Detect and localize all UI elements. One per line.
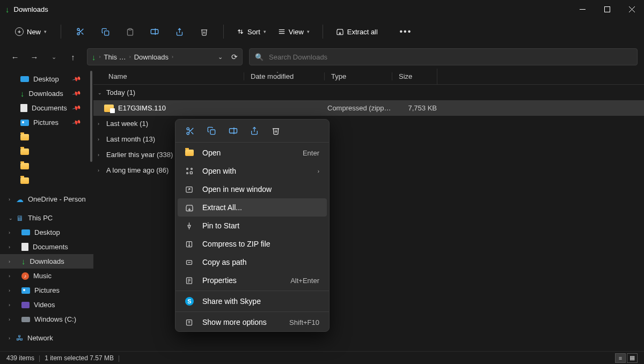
context-cut-button[interactable]	[184, 125, 196, 137]
file-row[interactable]: E17G3IMS.110 Compressed (zipp… 7,753 KB	[93, 100, 644, 116]
context-item-show-more[interactable]: Show more options Shift+F10	[178, 313, 327, 331]
pictures-icon	[20, 120, 29, 126]
view-button[interactable]: View ▾	[274, 26, 314, 38]
new-button[interactable]: + New ▾	[10, 25, 52, 38]
sidebar-item-desktop[interactable]: › Desktop	[0, 225, 93, 240]
sort-ascending-icon: ˄	[276, 71, 279, 76]
scissors-icon	[186, 127, 195, 136]
sidebar-label: Network	[27, 334, 53, 342]
context-item-open-with[interactable]: Open with ›	[178, 162, 327, 180]
expand-icon[interactable]: ›	[98, 121, 105, 127]
sidebar-item-pictures[interactable]: › Pictures	[0, 283, 93, 298]
thumbnails-view-button[interactable]: ▦	[627, 353, 638, 363]
context-item-properties[interactable]: Properties Alt+Enter	[178, 271, 327, 289]
column-header-type[interactable]: Type	[324, 72, 392, 80]
delete-button[interactable]	[193, 22, 215, 41]
sidebar-item-onedrive[interactable]: › ☁ OneDrive - Person	[0, 192, 93, 206]
sidebar-item-desktop-quick[interactable]: Desktop 📌	[0, 72, 93, 86]
copy-button[interactable]	[94, 22, 116, 41]
sidebar-item-windows-c[interactable]: › Windows (C:)	[0, 312, 93, 326]
up-button[interactable]: ↑	[64, 48, 82, 65]
chevron-down-icon[interactable]: ⌄	[218, 54, 223, 61]
column-header-date[interactable]: ˄ Date modified	[244, 72, 324, 80]
expand-icon[interactable]: ›	[9, 230, 10, 235]
share-button[interactable]	[169, 22, 190, 41]
paste-button[interactable]	[119, 22, 141, 41]
chevron-down-icon: ⌄	[52, 54, 56, 61]
collapse-icon[interactable]: ⌄	[9, 216, 13, 221]
expand-icon[interactable]: ›	[98, 137, 105, 142]
forward-button[interactable]: →	[26, 48, 43, 65]
more-button[interactable]: •••	[395, 22, 416, 41]
search-input[interactable]	[269, 53, 632, 61]
breadcrumb-segment-thispc[interactable]: This …	[104, 53, 126, 61]
search-box[interactable]: 🔍	[249, 48, 638, 65]
context-item-open-new-window[interactable]: Open in new window	[178, 180, 327, 198]
expand-icon[interactable]: ›	[9, 197, 10, 202]
collapse-icon[interactable]: ⌄	[98, 90, 105, 95]
window-close-button[interactable]	[619, 0, 644, 18]
expand-icon[interactable]: ›	[9, 259, 10, 264]
column-header-size[interactable]: Size	[392, 72, 437, 80]
sidebar-item-videos[interactable]: › Videos	[0, 298, 93, 312]
expand-icon[interactable]: ›	[98, 168, 105, 173]
cut-button[interactable]	[70, 22, 91, 41]
context-delete-button[interactable]	[270, 125, 282, 137]
address-bar[interactable]: ↓ › This … › Downloads › ⌄ ⟳	[87, 48, 243, 65]
details-view-button[interactable]: ≡	[615, 353, 626, 363]
window-minimize-button[interactable]	[570, 0, 595, 18]
expand-icon[interactable]: ›	[9, 244, 10, 250]
sidebar-item-folder[interactable]	[0, 130, 93, 144]
sidebar-item-network[interactable]: › 🖧 Network	[0, 331, 93, 345]
context-share-button[interactable]	[248, 125, 260, 137]
context-item-open[interactable]: Open Enter	[178, 144, 327, 162]
chevron-down-icon: ▾	[264, 29, 266, 34]
sidebar-item-folder[interactable]	[0, 159, 93, 173]
zip-icon	[185, 240, 195, 248]
context-item-compress-zip[interactable]: Compress to ZIP file	[178, 235, 327, 253]
expand-icon[interactable]: ›	[9, 336, 10, 341]
back-button[interactable]: ←	[6, 48, 24, 65]
column-header-name[interactable]: Name	[93, 72, 244, 80]
expand-icon[interactable]: ›	[9, 302, 10, 308]
svg-line-7	[82, 33, 84, 35]
sidebar-item-thispc[interactable]: ⌄ 🖥 This PC	[0, 211, 93, 225]
pin-icon: 📌	[72, 88, 82, 98]
recent-locations-button[interactable]: ⌄	[45, 48, 62, 65]
context-copy-button[interactable]	[206, 125, 217, 137]
context-menu-quick-actions	[175, 120, 329, 141]
expand-icon[interactable]: ›	[9, 273, 10, 279]
expand-icon[interactable]: ›	[9, 288, 10, 293]
expand-icon[interactable]: ›	[98, 152, 105, 158]
downloads-folder-icon: ↓	[92, 53, 96, 62]
context-rename-button[interactable]	[227, 125, 239, 137]
sidebar-item-folder[interactable]	[0, 173, 93, 188]
context-item-copy-path[interactable]: Copy as path	[178, 253, 327, 271]
svg-point-22	[187, 128, 189, 130]
sidebar-item-documents-quick[interactable]: Documents 📌	[0, 101, 93, 115]
sort-label: Sort	[247, 28, 260, 36]
context-item-pin-to-start[interactable]: Pin to Start	[178, 217, 327, 235]
refresh-button[interactable]: ⟳	[231, 53, 238, 61]
sidebar-scrollbar[interactable]	[90, 71, 92, 162]
navigation-bar: ← → ⌄ ↑ ↓ › This … › Downloads › ⌄ ⟳ 🔍	[0, 45, 644, 69]
sidebar-item-downloads[interactable]: › ↓ Downloads	[0, 254, 93, 269]
extract-all-button[interactable]: Extract all	[332, 26, 382, 38]
sidebar-item-folder[interactable]	[0, 144, 93, 159]
copy-path-icon	[185, 258, 195, 266]
sidebar-item-pictures-quick[interactable]: Pictures 📌	[0, 115, 93, 130]
expand-icon[interactable]: ›	[9, 317, 10, 322]
svg-point-5	[77, 33, 79, 35]
sidebar-item-documents[interactable]: › Documents	[0, 240, 93, 254]
context-item-extract-all[interactable]: Extract All...	[178, 198, 327, 217]
context-item-share-skype[interactable]: S Share with Skype	[178, 292, 327, 310]
sidebar-item-music[interactable]: › ♪ Music	[0, 269, 93, 283]
maximize-icon	[604, 6, 610, 12]
rename-button[interactable]	[144, 22, 165, 41]
group-today[interactable]: ⌄ Today (1)	[93, 85, 644, 100]
sort-button[interactable]: Sort ▾	[232, 26, 270, 38]
sidebar-item-downloads-quick[interactable]: ↓ Downloads 📌	[0, 86, 93, 101]
ellipsis-icon: •••	[399, 27, 412, 36]
breadcrumb-segment-downloads[interactable]: Downloads	[134, 53, 169, 61]
window-maximize-button[interactable]	[595, 0, 619, 18]
